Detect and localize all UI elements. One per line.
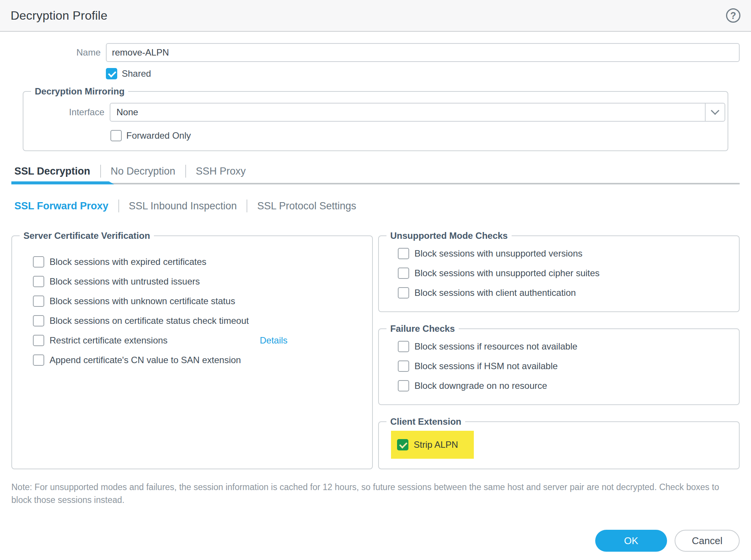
tab-content: Server Certificate Verification Block se… <box>11 230 740 469</box>
checkbox-label: Block sessions if HSM not available <box>414 361 558 371</box>
block-downgrade-no-resource-checkbox[interactable] <box>398 380 409 391</box>
checkbox-row: Block sessions with unsupported versions <box>398 248 739 259</box>
block-untrusted-issuers-checkbox[interactable] <box>33 276 44 287</box>
subtab-ssl-protocol-settings[interactable]: SSL Protocol Settings <box>247 200 366 212</box>
checkbox-row: Block downgrade on no resource <box>398 380 739 391</box>
decryption-profile-dialog: Decryption Profile ? Name Shared Decrypt… <box>0 0 751 560</box>
block-unsupported-cipher-suites-checkbox[interactable] <box>398 268 409 279</box>
shared-row: Shared <box>106 68 740 79</box>
strip-alpn-highlight: Strip ALPN <box>391 431 474 459</box>
server-cert-verification-legend: Server Certificate Verification <box>20 230 154 241</box>
dialog-titlebar: Decryption Profile ? <box>0 0 751 32</box>
unsupported-mode-checks-panel: Unsupported Mode Checks Block sessions w… <box>378 230 740 312</box>
strip-alpn-label: Strip ALPN <box>414 439 458 450</box>
client-extension-legend: Client Extension <box>386 416 465 427</box>
strip-alpn-checkbox[interactable] <box>397 439 408 450</box>
checkbox-row: Block sessions on certificate status che… <box>33 315 372 326</box>
block-unknown-cert-status-checkbox[interactable] <box>33 295 44 307</box>
checkbox-label: Restrict certificate extensions <box>50 335 168 346</box>
checkbox-row: Block sessions with unknown certificate … <box>33 295 372 307</box>
checkbox-row: Block sessions with unsupported cipher s… <box>398 268 739 279</box>
restrict-cert-extensions-checkbox[interactable] <box>33 335 44 346</box>
checkbox-row: Block sessions with untrusted issuers <box>33 276 372 287</box>
checkbox-row: Append certificate's CN value to SAN ext… <box>33 354 372 366</box>
sub-tabbar: SSL Forward Proxy SSL Inbound Inspection… <box>11 200 740 212</box>
block-if-resources-unavailable-checkbox[interactable] <box>398 341 409 352</box>
right-column: Unsupported Mode Checks Block sessions w… <box>378 230 740 469</box>
server-cert-verification-panel: Server Certificate Verification Block se… <box>11 230 373 469</box>
main-tabbar: SSL Decryption No Decryption SSH Proxy <box>11 165 740 184</box>
active-tab-underline <box>11 181 114 184</box>
tab-no-decryption[interactable]: No Decryption <box>101 166 185 177</box>
checkbox-row: Block sessions with client authenticatio… <box>398 287 739 299</box>
checkbox-label: Block sessions on certificate status che… <box>50 316 249 326</box>
checkbox-row: Block sessions if HSM not available <box>398 360 739 372</box>
checkbox-label: Block sessions with unknown certificate … <box>50 296 235 306</box>
checkbox-label: Block sessions with untrusted issuers <box>50 276 200 287</box>
unsupported-mode-checks-legend: Unsupported Mode Checks <box>386 230 512 241</box>
forwarded-only-label: Forwarded Only <box>126 130 191 141</box>
tab-underline-track <box>11 183 740 184</box>
interface-select[interactable]: None <box>110 103 725 122</box>
shared-label: Shared <box>122 68 151 79</box>
tab-ssl-decryption[interactable]: SSL Decryption <box>11 166 100 177</box>
interface-selected-value: None <box>110 104 705 121</box>
cancel-button[interactable]: Cancel <box>675 530 740 552</box>
shared-checkbox[interactable] <box>106 68 117 79</box>
footnote: Note: For unsupported modes and failures… <box>11 481 740 506</box>
block-client-authentication-checkbox[interactable] <box>398 287 409 299</box>
checkbox-label: Block sessions with client authenticatio… <box>414 288 576 298</box>
checkbox-label: Block sessions if resources not availabl… <box>414 341 577 352</box>
chevron-down-icon <box>711 106 720 115</box>
failure-checks-legend: Failure Checks <box>386 323 459 334</box>
name-label: Name <box>11 47 106 58</box>
interface-select-caret[interactable] <box>705 104 725 121</box>
client-extension-panel: Client Extension Strip ALPN <box>378 416 740 469</box>
profile-form: Name Shared Decryption Mirroring Interfa… <box>0 32 751 151</box>
left-column: Server Certificate Verification Block se… <box>11 230 373 469</box>
name-input[interactable] <box>106 43 740 62</box>
decryption-mirroring-panel: Decryption Mirroring Interface None Forw… <box>23 86 728 151</box>
dialog-footer: OK Cancel <box>11 530 740 552</box>
details-link[interactable]: Details <box>260 335 287 346</box>
block-unsupported-versions-checkbox[interactable] <box>398 248 409 259</box>
subtab-ssl-inbound-inspection[interactable]: SSL Inbound Inspection <box>119 200 247 212</box>
checkbox-row: Block sessions if resources not availabl… <box>398 341 739 352</box>
tab-ssh-proxy[interactable]: SSH Proxy <box>186 166 256 177</box>
forwarded-only-checkbox[interactable] <box>110 130 122 141</box>
name-row: Name <box>11 43 740 62</box>
subtab-ssl-forward-proxy[interactable]: SSL Forward Proxy <box>11 200 118 212</box>
page-title: Decryption Profile <box>11 9 107 23</box>
help-icon[interactable]: ? <box>726 8 740 23</box>
interface-label: Interface <box>23 107 110 118</box>
block-status-check-timeout-checkbox[interactable] <box>33 315 44 326</box>
checkbox-label: Block sessions with expired certificates <box>50 257 206 267</box>
decryption-mirroring-legend: Decryption Mirroring <box>31 86 128 97</box>
checkbox-row: Restrict certificate extensions Details <box>33 335 372 346</box>
forwarded-only-row: Forwarded Only <box>110 130 728 141</box>
failure-checks-panel: Failure Checks Block sessions if resourc… <box>378 323 740 405</box>
checkbox-label: Block sessions with unsupported cipher s… <box>414 268 600 278</box>
block-if-hsm-unavailable-checkbox[interactable] <box>398 360 409 372</box>
checkbox-label: Block downgrade on no resource <box>414 381 547 391</box>
interface-row: Interface None <box>23 103 728 122</box>
checkbox-label: Append certificate's CN value to SAN ext… <box>50 355 241 365</box>
block-expired-certs-checkbox[interactable] <box>33 256 44 268</box>
ok-button[interactable]: OK <box>595 530 667 552</box>
checkbox-label: Block sessions with unsupported versions <box>414 248 582 259</box>
checkbox-row: Block sessions with expired certificates <box>33 256 372 268</box>
append-cn-to-san-checkbox[interactable] <box>33 354 44 366</box>
